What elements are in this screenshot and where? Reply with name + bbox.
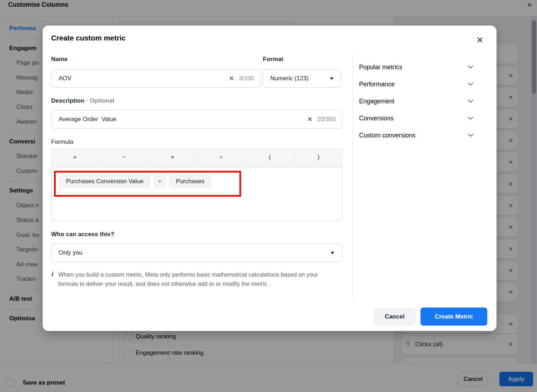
category-label: Popular metrics	[359, 64, 402, 71]
chevron-down-icon	[468, 81, 473, 87]
format-value: Numeric (123)	[270, 75, 330, 82]
modal-cancel-button[interactable]: Cancel	[374, 307, 416, 326]
operator-button-plus[interactable]: +	[51, 148, 99, 166]
operator-button-open-paren[interactable]: (	[246, 148, 294, 166]
name-clear-icon[interactable]: ✕	[229, 75, 234, 82]
category-label: Custom conversions	[359, 132, 416, 139]
create-custom-metric-modal: Create custom metric ✕ Name AOV ✕ 3/100 …	[43, 26, 497, 331]
format-select[interactable]: Numeric (123)	[263, 69, 341, 88]
formula-token-list: Purchases Conversion Value÷Purchases	[59, 175, 212, 188]
access-value: Only you	[59, 249, 331, 256]
operator-button-row: +−×÷()	[51, 148, 342, 166]
info-text: When you build a custom metric, Meta onl…	[58, 270, 338, 288]
description-char-counter: 20/350	[317, 116, 336, 123]
description-input[interactable]: Average Order Value ✕ 20/350	[51, 110, 342, 129]
category-label: Conversions	[359, 115, 394, 122]
description-label: Description · Optional	[51, 97, 114, 104]
description-value: Average Order Value	[59, 116, 307, 123]
name-input[interactable]: AOV ✕ 3/100	[51, 69, 261, 88]
screen: Customise Columns ✕ PerformaEngagemPage …	[0, 0, 537, 392]
formula-token-purchases[interactable]: Purchases	[169, 175, 211, 188]
category-engagement[interactable]: Engagement	[359, 93, 473, 110]
format-label: Format	[263, 56, 283, 63]
dropdown-caret-icon	[331, 252, 334, 254]
chevron-down-icon	[468, 115, 473, 121]
description-clear-icon[interactable]: ✕	[307, 115, 313, 123]
category-performance[interactable]: Performance	[359, 76, 473, 93]
operator-button-divide[interactable]: ÷	[197, 148, 245, 166]
metric-category-list: Popular metricsPerformanceEngagementConv…	[359, 59, 473, 144]
operator-button-multiply[interactable]: ×	[148, 148, 196, 166]
category-label: Performance	[359, 81, 395, 88]
operator-button-minus[interactable]: −	[100, 148, 147, 166]
description-label-optional: · Optional	[85, 97, 114, 104]
category-popular-metrics[interactable]: Popular metrics	[359, 59, 473, 76]
name-char-counter: 3/100	[239, 75, 254, 82]
chevron-down-icon	[468, 64, 473, 70]
description-label-main: Description	[51, 97, 85, 104]
chevron-down-icon	[468, 98, 473, 104]
access-select[interactable]: Only you	[51, 244, 342, 262]
formula-label: Formula	[51, 138, 73, 146]
create-metric-button[interactable]: Create Metric	[421, 307, 487, 326]
access-label: Who can access this?	[51, 231, 114, 238]
category-custom-conversions[interactable]: Custom conversions	[359, 127, 473, 144]
dropdown-caret-icon	[330, 77, 333, 80]
name-value: AOV	[59, 75, 229, 82]
formula-token-purchases-conversion-value[interactable]: Purchases Conversion Value	[59, 175, 151, 188]
name-label: Name	[51, 56, 67, 63]
formula-token-divide[interactable]: ÷	[153, 175, 166, 188]
modal-title: Create custom metric	[51, 34, 126, 42]
modal-vertical-divider	[353, 53, 353, 300]
modal-close-icon[interactable]: ✕	[474, 34, 486, 46]
operator-button-close-paren[interactable]: )	[295, 148, 342, 166]
chevron-down-icon	[468, 132, 473, 138]
info-icon: i	[51, 270, 53, 278]
info-note: i When you build a custom metric, Meta o…	[51, 270, 338, 288]
category-conversions[interactable]: Conversions	[359, 110, 473, 127]
category-label: Engagement	[359, 98, 394, 105]
